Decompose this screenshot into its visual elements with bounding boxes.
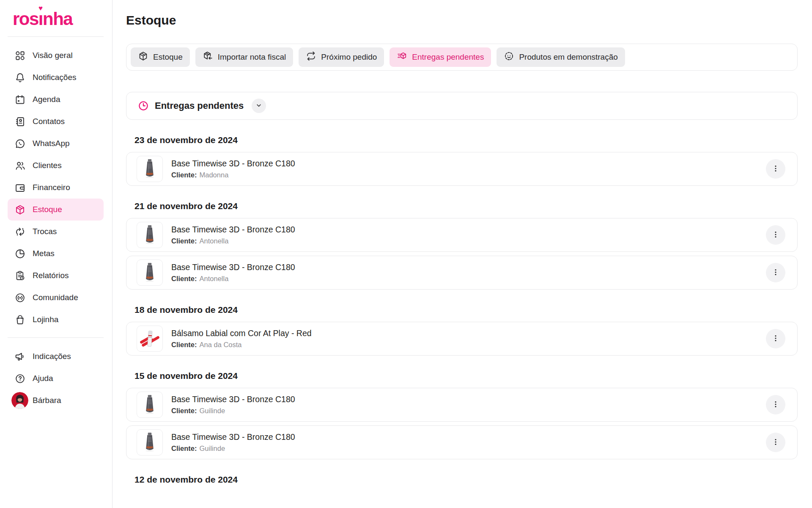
clock-icon <box>137 100 149 112</box>
date-section: 21 de novembro de 2024 Base Timewise 3D … <box>126 201 798 290</box>
filter-dropdown-button[interactable] <box>252 99 266 113</box>
date-section: 12 de novembro de 2024 <box>126 475 798 485</box>
kebab-icon <box>771 164 780 174</box>
sidebar-item-notificacoes[interactable]: Notificações <box>8 66 104 88</box>
date-section: 15 de novembro de 2024 Base Timewise 3D … <box>126 371 798 459</box>
toolbar: Estoque Importar nota fiscal Próximo ped… <box>126 44 798 71</box>
tab-produtos-em-demonstracao[interactable]: Produtos em demonstração <box>497 47 625 67</box>
client-line: Cliente:Madonna <box>171 171 766 179</box>
sidebar-item-financeiro[interactable]: Financeiro <box>8 177 104 199</box>
whatsapp-icon <box>14 138 26 149</box>
page-title: Estoque <box>126 11 798 30</box>
delivery-card[interactable]: Bálsamo Labial com Cor At Play - Red Cli… <box>126 322 798 356</box>
user-avatar <box>11 392 28 409</box>
sidebar-divider <box>8 337 104 338</box>
tab-proximo-pedido[interactable]: Próximo pedido <box>299 47 384 67</box>
delivery-card[interactable]: Base Timewise 3D - Bronze C180 Cliente:G… <box>126 425 798 459</box>
kebab-icon <box>771 230 780 240</box>
delivery-card[interactable]: Base Timewise 3D - Bronze C180 Cliente:G… <box>126 388 798 422</box>
bell-icon <box>14 72 26 83</box>
sidebar-item-metas[interactable]: Metas <box>8 243 104 265</box>
product-name: Bálsamo Labial com Cor At Play - Red <box>171 329 766 338</box>
swap-icon <box>14 226 26 237</box>
sidebar-user[interactable]: Bárbara <box>8 389 104 411</box>
delivery-card[interactable]: Base Timewise 3D - Bronze C180 Cliente:A… <box>126 256 798 290</box>
grid-icon <box>14 50 26 61</box>
date-section: 23 de novembro de 2024 Base Timewise 3D … <box>126 135 798 186</box>
sidebar-item-visao-geral[interactable]: Visão geral <box>8 44 104 66</box>
client-name: Antonella <box>200 275 229 282</box>
tab-importar-nota-fiscal[interactable]: Importar nota fiscal <box>195 47 294 67</box>
brand-logo[interactable]: rosı♥nha <box>13 10 112 28</box>
shopping-bag-icon <box>14 314 26 326</box>
wallet-icon <box>14 182 26 193</box>
section-date-heading: 23 de novembro de 2024 <box>134 135 798 145</box>
cube-icon <box>138 51 148 64</box>
delivery-card[interactable]: Base Timewise 3D - Bronze C180 Cliente:A… <box>126 218 798 252</box>
cube-import-icon <box>203 51 213 64</box>
card-menu-button[interactable] <box>766 395 785 414</box>
product-thumbnail-foundation-tube <box>137 392 163 418</box>
tab-estoque[interactable]: Estoque <box>131 47 190 67</box>
users-icon <box>14 160 26 171</box>
sidebar-secondary-nav: Indicações Ajuda Bárbara <box>0 345 112 411</box>
filter-selected-label: Entregas pendentes <box>155 100 244 111</box>
sidebar-item-comunidade[interactable]: Comunidade <box>8 287 104 309</box>
cube-icon <box>14 204 26 215</box>
sidebar-nav: Visão geral Notificações Agenda Contatos… <box>0 44 112 331</box>
section-date-heading: 18 de novembro de 2024 <box>134 305 798 315</box>
sidebar-item-lojinha[interactable]: Lojinha <box>8 309 104 331</box>
app-window: rosı♥nha Visão geral Notificações Agenda… <box>0 0 812 508</box>
product-thumbnail-foundation-tube <box>137 429 163 456</box>
product-name: Base Timewise 3D - Bronze C180 <box>171 395 766 404</box>
sidebar-item-whatsapp[interactable]: WhatsApp <box>8 133 104 155</box>
card-menu-button[interactable] <box>766 225 785 245</box>
client-name: Guilinde <box>200 444 225 452</box>
section-date-heading: 21 de novembro de 2024 <box>134 201 798 211</box>
help-icon <box>14 373 26 384</box>
client-line: Cliente:Guilinde <box>171 444 766 453</box>
product-thumbnail-foundation-tube <box>137 260 163 286</box>
broadcast-icon <box>14 292 26 304</box>
product-name: Base Timewise 3D - Bronze C180 <box>171 432 766 442</box>
delivery-card[interactable]: Base Timewise 3D - Bronze C180 Cliente:M… <box>126 152 798 186</box>
product-name: Base Timewise 3D - Bronze C180 <box>171 262 766 272</box>
chevron-down-icon <box>255 101 263 111</box>
kebab-icon <box>771 437 780 448</box>
sidebar-item-indicacoes[interactable]: Indicações <box>8 345 104 367</box>
sidebar-item-agenda[interactable]: Agenda <box>8 88 104 110</box>
smiley-icon <box>504 51 514 64</box>
list-filter: Entregas pendentes <box>126 92 798 120</box>
card-menu-button[interactable] <box>766 263 785 282</box>
product-thumbnail-foundation-tube <box>137 156 163 182</box>
product-thumbnail-foundation-tube <box>137 222 163 248</box>
sidebar-divider <box>8 36 104 37</box>
sidebar-item-contatos[interactable]: Contatos <box>8 110 104 133</box>
client-line: Cliente:Antonella <box>171 275 766 283</box>
kebab-icon <box>771 268 780 278</box>
client-name: Guilinde <box>200 407 225 414</box>
client-label: Cliente: <box>171 275 197 282</box>
sidebar-item-estoque[interactable]: Estoque <box>8 199 104 221</box>
client-label: Cliente: <box>171 171 197 179</box>
sidebar-item-clientes[interactable]: Clientes <box>8 155 104 177</box>
calendar-icon <box>14 94 26 105</box>
repeat-icon <box>306 51 316 64</box>
pie-chart-icon <box>14 248 26 260</box>
sidebar-item-ajuda[interactable]: Ajuda <box>8 367 104 389</box>
sidebar-item-relatorios[interactable]: Relatórios <box>8 265 104 287</box>
card-menu-button[interactable] <box>766 159 785 179</box>
section-date-heading: 12 de novembro de 2024 <box>134 475 798 485</box>
client-label: Cliente: <box>171 444 197 452</box>
client-name: Madonna <box>200 171 229 179</box>
client-line: Cliente:Guilinde <box>171 407 766 415</box>
megaphone-icon <box>14 351 26 362</box>
card-menu-button[interactable] <box>766 329 785 348</box>
tab-entregas-pendentes[interactable]: Entregas pendentes <box>390 47 491 67</box>
client-line: Cliente:Antonella <box>171 237 766 245</box>
sidebar-item-trocas[interactable]: Trocas <box>8 221 104 243</box>
address-book-icon <box>14 116 26 127</box>
client-label: Cliente: <box>171 237 197 245</box>
kebab-icon <box>771 334 780 344</box>
card-menu-button[interactable] <box>766 433 785 452</box>
